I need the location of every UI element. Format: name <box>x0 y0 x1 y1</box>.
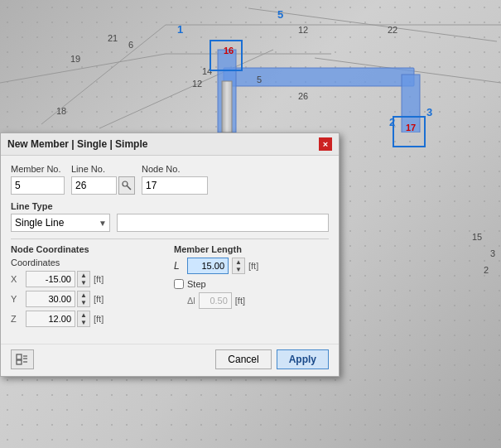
y-label: Y <box>11 294 22 304</box>
y-spinner: ▲ ▼ <box>77 291 90 307</box>
z-spin-up[interactable]: ▲ <box>78 311 89 319</box>
gray-label-21: 21 <box>108 33 118 43</box>
step-label: Step <box>187 279 206 289</box>
coord-row-x: X ▲ ▼ [ft] <box>11 271 166 287</box>
dialog-title: New Member | Single | Simple <box>7 138 147 150</box>
x-spin-up[interactable]: ▲ <box>78 272 89 279</box>
l-input[interactable] <box>187 258 229 274</box>
blue-label-1: 1 <box>177 23 183 36</box>
line-no-label: Line No. <box>71 164 135 174</box>
x-unit: [ft] <box>94 274 104 284</box>
l-label: L <box>174 260 184 272</box>
y-spin-down[interactable]: ▼ <box>78 299 89 306</box>
gray-label-12b: 12 <box>192 79 202 89</box>
dialog-new-member: New Member | Single | Simple × Member No… <box>0 132 340 377</box>
member-length-col: Member Length L ▲ ▼ [ft] St <box>174 244 329 330</box>
line-no-input-group <box>71 176 135 195</box>
gray-label-12a: 12 <box>298 25 308 35</box>
line-type-row: Line Type Single Line ▼ x <box>11 201 329 232</box>
z-unit: [ft] <box>94 314 104 324</box>
coord-row-y: Y ▲ ▼ [ft] <box>11 291 166 307</box>
node-box-16 <box>210 40 243 71</box>
node-coords-title: Node Coordinates <box>11 244 166 254</box>
footer-right: Cancel Apply <box>215 349 329 369</box>
member-no-input[interactable] <box>11 176 65 195</box>
y-input[interactable] <box>26 291 75 307</box>
delta-unit: [ft] <box>235 296 245 306</box>
l-spinner: ▲ ▼ <box>232 258 245 274</box>
coordinates-label: Coordinates <box>11 258 166 267</box>
l-spin-up[interactable]: ▲ <box>233 258 244 266</box>
blue-label-3: 3 <box>426 106 432 118</box>
line-type-section: Line Type Single Line ▼ x <box>11 201 329 232</box>
x-input-wrap: ▲ ▼ <box>26 271 90 287</box>
line-no-group: Line No. <box>71 164 135 195</box>
svg-line-12 <box>128 186 132 190</box>
gray-label-19: 19 <box>70 54 80 64</box>
form-divider <box>11 238 329 239</box>
gray-label-22: 22 <box>388 25 397 35</box>
svg-point-11 <box>123 181 128 186</box>
member-length-title: Member Length <box>174 244 329 254</box>
node-box-17 <box>393 116 426 147</box>
two-col-section: Node Coordinates Coordinates X ▲ ▼ [ft] <box>11 244 329 330</box>
apply-button[interactable]: Apply <box>277 349 329 369</box>
coord-row-z: Z ▲ ▼ [ft] <box>11 311 166 327</box>
blue-label-5: 5 <box>277 8 283 21</box>
z-input-wrap: ▲ ▼ <box>26 311 90 327</box>
line-type-label: Line Type <box>11 201 110 211</box>
delta-input[interactable] <box>199 292 232 309</box>
line-no-input[interactable] <box>71 176 117 195</box>
length-l-row: L ▲ ▼ [ft] <box>174 258 329 274</box>
l-spin-down[interactable]: ▼ <box>233 266 244 273</box>
gray-label-26: 26 <box>298 91 308 101</box>
z-input[interactable] <box>26 311 75 327</box>
pick-icon <box>122 181 132 190</box>
line-type-select[interactable]: Single Line <box>11 214 110 232</box>
dialog-close-button[interactable]: × <box>319 137 332 151</box>
z-spin-down[interactable]: ▼ <box>78 319 89 326</box>
x-label: X <box>11 274 22 284</box>
gray-label-18: 18 <box>56 106 66 116</box>
gray-label-2: 2 <box>484 265 489 275</box>
svg-rect-14 <box>17 354 22 359</box>
x-spin-down[interactable]: ▼ <box>78 279 89 287</box>
viewport: 1 2 3 4 5 16 17 21 19 6 18 12 14 22 26 1… <box>0 0 501 448</box>
step-checkbox[interactable] <box>174 279 184 289</box>
dialog-body: Member No. Line No. <box>1 156 339 344</box>
line-type-group: Line Type Single Line ▼ <box>11 201 110 232</box>
line-type-preview <box>117 214 329 232</box>
line-no-pick-button[interactable] <box>118 176 135 195</box>
line-type-select-wrapper: Single Line ▼ <box>11 214 110 232</box>
y-spin-up[interactable]: ▲ <box>78 291 89 299</box>
z-label: Z <box>11 314 22 324</box>
delta-label: Δl <box>187 296 195 306</box>
node-no-group: Node No. <box>142 164 208 195</box>
x-input[interactable] <box>26 271 75 287</box>
line-type-extra: x <box>117 201 329 232</box>
node-coordinates-col: Node Coordinates Coordinates X ▲ ▼ [ft] <box>11 244 166 330</box>
member-no-group: Member No. <box>11 164 65 195</box>
node-no-input[interactable] <box>142 176 208 195</box>
cancel-button[interactable]: Cancel <box>215 349 271 369</box>
gray-label-3: 3 <box>490 248 495 258</box>
svg-rect-13 <box>17 360 22 364</box>
x-spinner: ▲ ▼ <box>77 271 90 287</box>
member-no-label: Member No. <box>11 164 65 174</box>
gray-label-6: 6 <box>128 40 133 50</box>
step-row: Step <box>174 279 329 289</box>
footer-left <box>11 349 34 369</box>
z-spinner: ▲ ▼ <box>77 311 90 327</box>
node-no-label: Node No. <box>142 164 208 174</box>
gray-label-5a: 5 <box>257 75 262 84</box>
help-icon-button[interactable] <box>11 349 34 369</box>
dialog-footer: Cancel Apply <box>1 344 339 376</box>
form-row-1: Member No. Line No. <box>11 164 329 195</box>
l-unit: [ft] <box>248 261 258 271</box>
y-unit: [ft] <box>94 294 104 304</box>
delta-row: Δl [ft] <box>187 292 329 309</box>
help-icon <box>16 353 29 366</box>
y-input-wrap: ▲ ▼ <box>26 291 90 307</box>
dialog-titlebar: New Member | Single | Simple × <box>1 133 339 156</box>
gray-label-15: 15 <box>472 232 482 242</box>
